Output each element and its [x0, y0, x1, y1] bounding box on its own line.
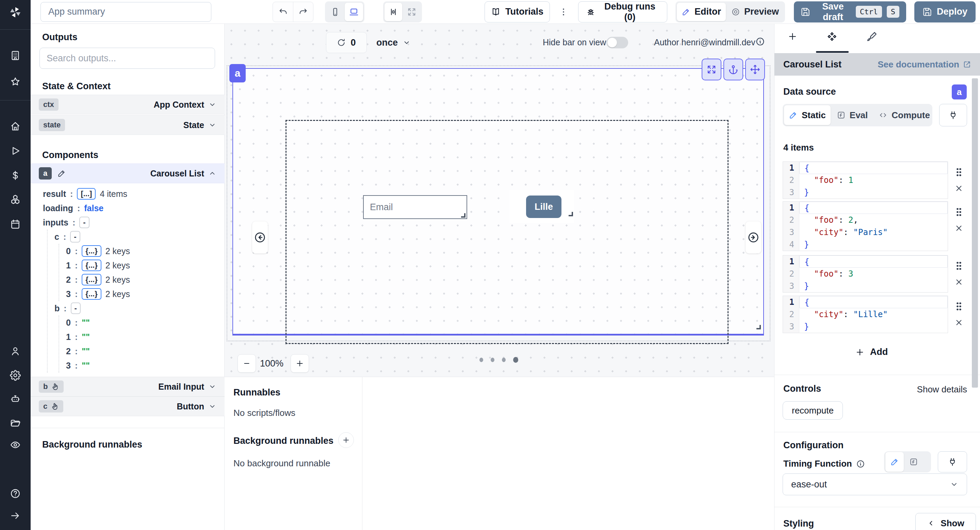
deploy-button[interactable]: Deploy	[914, 2, 975, 22]
user-icon[interactable]	[10, 346, 21, 357]
collapse-arrow-icon[interactable]	[10, 510, 21, 521]
refresh-count-button[interactable]: 0	[326, 32, 367, 53]
full-width-button[interactable]	[403, 3, 421, 21]
insert-tab-plus-icon[interactable]	[788, 31, 798, 42]
see-documentation-link[interactable]: See documentation	[878, 59, 972, 70]
component-resize-handle[interactable]	[756, 325, 761, 329]
delete-item-x-icon[interactable]	[955, 184, 963, 193]
tree-row[interactable]: 1:""	[30, 330, 224, 344]
component-anchor-button[interactable]	[724, 59, 743, 80]
carousel-next-button[interactable]	[746, 221, 761, 254]
save-draft-button[interactable]: Save draft Ctrl S	[794, 2, 906, 22]
runs-play-icon[interactable]	[10, 145, 21, 156]
component-move-button[interactable]	[745, 59, 765, 80]
resize-handle[interactable]	[461, 213, 466, 218]
carousel-prev-button[interactable]	[252, 221, 268, 254]
carousel-dot[interactable]	[502, 358, 506, 362]
help-icon[interactable]	[10, 488, 21, 499]
compute-mode-button[interactable]: Compute	[874, 105, 935, 125]
debug-runs-button[interactable]: Debug runs (0)	[578, 2, 667, 22]
drag-handle-icon[interactable]	[956, 208, 962, 216]
drag-handle-icon[interactable]	[956, 302, 962, 311]
info-icon[interactable]	[756, 37, 765, 46]
json-item-editor[interactable]: 1{2 "foo": 33}	[783, 255, 948, 292]
add-background-runnable-button[interactable]	[338, 432, 354, 448]
json-item-editor[interactable]: 1{2 "city": "Lille"3}	[783, 296, 948, 333]
search-outputs-input[interactable]	[40, 48, 215, 69]
tree-row[interactable]: loading:false	[30, 201, 224, 215]
carousel-dot[interactable]	[491, 358, 495, 362]
tutorials-button[interactable]: Tutorials	[485, 2, 550, 22]
styling-show-button[interactable]: Show	[915, 513, 976, 530]
component-a-row[interactable]: a Carousel List	[30, 163, 224, 183]
delete-item-x-icon[interactable]	[955, 224, 963, 233]
windmill-logo-icon[interactable]	[9, 6, 21, 18]
delete-item-x-icon[interactable]	[955, 318, 963, 327]
tree-row[interactable]: 1:{...}2 keys	[30, 258, 224, 273]
tree-row[interactable]: 0:""	[30, 315, 224, 330]
timing-static-button[interactable]	[885, 452, 904, 472]
carousel-dot[interactable]	[513, 357, 518, 363]
static-mode-button[interactable]: Static	[784, 105, 830, 125]
settings-gear-icon[interactable]	[10, 370, 21, 381]
timing-eval-button[interactable]	[905, 452, 922, 472]
resources-cubes-icon[interactable]	[10, 194, 21, 205]
preview-tab[interactable]: Preview	[727, 3, 784, 21]
component-b-row[interactable]: b Email Input	[30, 377, 224, 396]
favorites-star-icon[interactable]	[10, 76, 21, 87]
state-row[interactable]: state State	[30, 115, 224, 135]
desktop-view-button[interactable]	[345, 3, 363, 21]
carousel-dot[interactable]	[479, 358, 483, 362]
tree-row[interactable]: b:-	[30, 301, 224, 315]
carousel-component[interactable]: Lille	[232, 68, 764, 335]
add-item-button[interactable]: Add	[775, 347, 969, 357]
app-summary-input[interactable]	[40, 2, 211, 22]
carousel-inner-container[interactable]	[285, 120, 729, 344]
folders-icon[interactable]	[10, 418, 21, 429]
undo-button[interactable]	[273, 2, 293, 22]
zoom-out-button[interactable]	[237, 354, 256, 373]
json-item-editor[interactable]: 1{2 "foo": 13}	[783, 161, 948, 199]
tree-row[interactable]: inputs:-	[30, 215, 224, 230]
schedules-calendar-icon[interactable]	[10, 219, 21, 230]
carousel-dots[interactable]	[233, 357, 765, 363]
eval-mode-button[interactable]: Eval	[832, 105, 873, 125]
rename-pencil-icon[interactable]	[57, 169, 66, 178]
timing-function-select[interactable]: ease-out	[783, 473, 967, 495]
tree-row[interactable]: 2:""	[30, 344, 224, 358]
editor-tab[interactable]: Editor	[677, 3, 726, 21]
workspace-icon[interactable]	[10, 50, 21, 61]
more-menu-kebab-icon[interactable]	[559, 7, 568, 17]
component-c-row[interactable]: c Button	[30, 396, 224, 416]
home-icon[interactable]	[10, 121, 21, 132]
center-layout-button[interactable]	[385, 3, 402, 21]
tree-row[interactable]: c:-	[30, 230, 224, 244]
tree-row[interactable]: result:[...]4 items	[30, 187, 224, 201]
audit-eye-icon[interactable]	[10, 439, 21, 450]
component-expand-button[interactable]	[702, 59, 721, 80]
ctx-row[interactable]: ctx App Context	[30, 95, 224, 115]
tree-row[interactable]: 3:{...}2 keys	[30, 287, 224, 301]
resize-handle[interactable]	[569, 212, 573, 216]
delete-item-x-icon[interactable]	[955, 278, 963, 286]
connect-plug-button[interactable]	[939, 104, 967, 126]
scrollbar-thumb[interactable]	[972, 78, 978, 388]
workers-robot-icon[interactable]	[10, 394, 21, 405]
timing-plug-button[interactable]	[938, 451, 967, 473]
drag-handle-icon[interactable]	[956, 168, 962, 176]
drag-handle-icon[interactable]	[956, 261, 962, 270]
settings-tab-components-icon[interactable]	[826, 31, 838, 43]
show-details-link[interactable]: Show details	[917, 384, 967, 395]
variables-dollar-icon[interactable]	[10, 170, 21, 181]
tree-row[interactable]: 3:""	[30, 358, 224, 373]
redo-button[interactable]	[293, 2, 313, 22]
recompute-button[interactable]: recompute	[783, 401, 843, 420]
mobile-view-button[interactable]	[326, 3, 344, 21]
component-a-tag[interactable]: a	[229, 64, 246, 82]
json-item-editor[interactable]: 1{2 "foo": 2,3 "city": "Paris"4}	[783, 201, 948, 251]
refresh-mode-select[interactable]: once	[376, 32, 411, 53]
styling-tab-brush-icon[interactable]	[866, 31, 877, 42]
tree-row[interactable]: 2:{...}2 keys	[30, 273, 224, 287]
zoom-in-button[interactable]	[291, 354, 309, 373]
email-input[interactable]	[363, 195, 467, 219]
